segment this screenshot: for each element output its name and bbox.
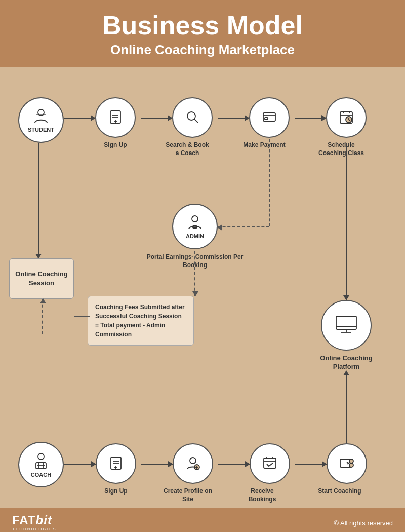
page-title: Business Model [10,11,395,40]
create-profile-label: Create Profile on Site [163,487,213,503]
svg-point-46 [349,463,353,467]
dashed-fees-session-v [42,299,43,334]
platform-label: Online Coaching Platform [310,354,383,371]
admin-sublabel: Portal Earnings- Commission Per Booking [144,253,246,269]
footer-copyright: © All rights reserved [334,519,393,527]
receive-bookings-circle [250,443,290,484]
search-circle [172,97,213,138]
svg-rect-19 [336,316,356,329]
arrow-schedule-down [346,143,347,300]
coaching-fees-box: Coaching Fees Submitted after Successful… [88,296,194,346]
create-profile-circle [173,443,213,484]
signup-circle-student [95,97,136,138]
dashed-h-connection [75,316,88,317]
payment-label: Make Payment [240,141,288,149]
admin-circle: ADMIN [172,204,218,249]
admin-label: ADMIN [186,233,204,239]
logo-bit: bit [36,513,52,527]
student-circle: STUDENT [18,97,64,143]
dashed-payment-admin-v [269,139,270,226]
svg-line-8 [194,119,198,123]
dashed-payment-admin-h [218,226,269,227]
svg-rect-11 [265,118,268,120]
svg-point-45 [349,459,353,463]
start-coaching-label: Start Coaching [314,487,365,496]
footer-logo: FATbit TECHNOLOGIES [12,514,57,531]
logo-fat: FAT [12,513,36,527]
payment-circle [249,97,290,138]
search-label: Search & Book a Coach [165,141,210,157]
svg-rect-25 [193,226,197,228]
arrow-bookings-coaching [295,464,327,465]
arrow-search-payment [218,118,249,119]
signup-circle-coach [96,443,136,484]
platform-circle [321,300,372,351]
coach-circle: COACH [18,442,64,487]
arrow-student-down [38,143,39,258]
coach-label: COACH [31,472,51,478]
signup-label-coach: Sign Up [94,487,138,496]
signup-label-student: Sign Up [94,141,137,149]
svg-point-7 [187,112,195,120]
arrow-student-signup [64,118,95,119]
student-label: STUDENT [28,127,54,133]
arrow-signup-search [141,118,172,119]
arrow-signup-profile [141,464,173,465]
arrow-profile-bookings [218,464,250,465]
svg-point-36 [190,458,196,464]
dashed-admin-down [194,251,195,296]
svg-rect-40 [264,458,276,468]
coaching-session-box: Online Coaching Session [9,258,74,299]
arrow-coach-signup [64,464,96,465]
svg-point-26 [38,453,44,460]
arrow-payment-schedule [295,118,326,119]
start-coaching-circle [327,443,367,484]
footer: FATbit TECHNOLOGIES © All rights reserve… [0,508,405,532]
schedule-label: Schedule Coaching Class [316,141,367,157]
diagram-area: STUDENT Sign Up Search & Book a Coach [0,67,405,508]
page-subtitle: Online Coaching Marketplace [10,42,395,58]
schedule-circle [326,97,367,138]
header: Business Model Online Coaching Marketpla… [0,0,405,67]
svg-line-48 [347,463,349,464]
svg-point-23 [192,216,198,222]
logo-sub: TECHNOLOGIES [12,527,57,531]
receive-bookings-label: Receive Bookings [237,487,288,503]
